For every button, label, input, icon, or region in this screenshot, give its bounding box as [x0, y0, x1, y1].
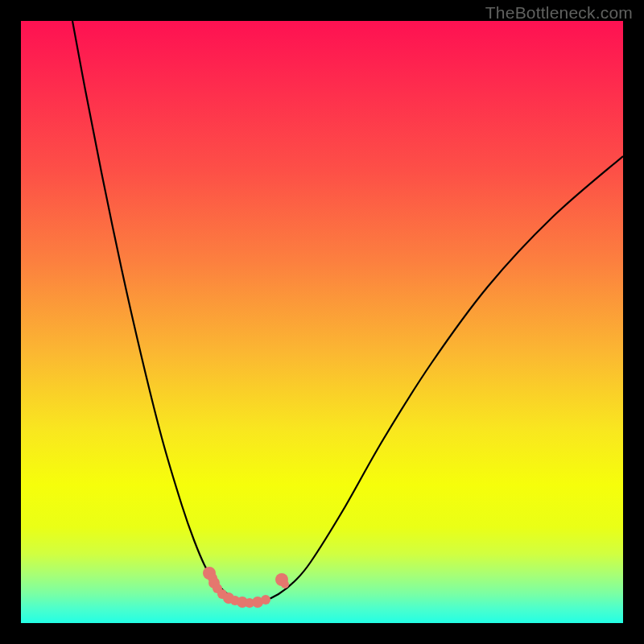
attribution-text: TheBottleneck.com — [485, 3, 633, 23]
curve-markers — [203, 567, 289, 608]
plot-area — [21, 21, 623, 623]
curve-layer — [21, 21, 623, 623]
marker-dot — [261, 595, 270, 605]
marker-dot — [281, 580, 289, 588]
chart-frame: TheBottleneck.com — [0, 0, 644, 644]
bottleneck-curve — [72, 21, 623, 602]
